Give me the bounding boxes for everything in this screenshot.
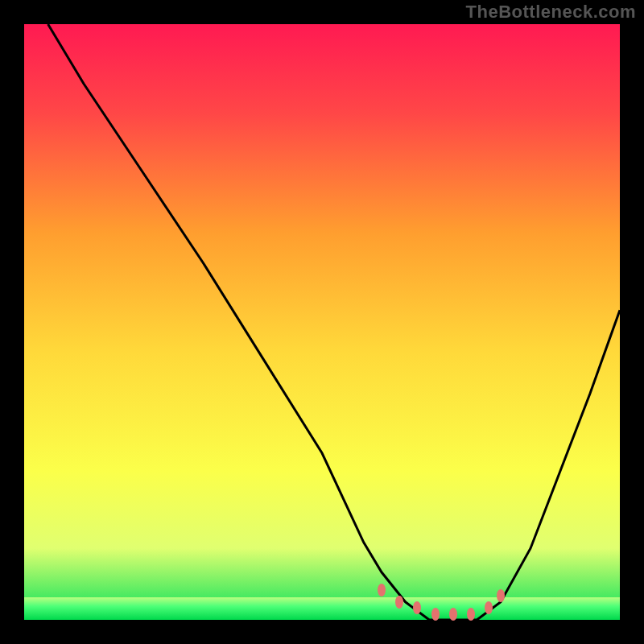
marker-dot bbox=[449, 608, 457, 621]
marker-dot bbox=[431, 608, 440, 621]
plot-frame bbox=[24, 24, 620, 620]
marker-dot bbox=[378, 584, 386, 597]
marker-dot bbox=[395, 596, 403, 609]
marker-dot bbox=[497, 589, 505, 602]
marker-dot bbox=[485, 601, 493, 614]
marker-dot bbox=[413, 601, 421, 614]
chart-container: TheBottleneck.com bbox=[0, 0, 644, 644]
watermark-text: TheBottleneck.com bbox=[466, 2, 636, 23]
bottleneck-curve bbox=[24, 24, 620, 620]
marker-dot bbox=[467, 608, 475, 621]
